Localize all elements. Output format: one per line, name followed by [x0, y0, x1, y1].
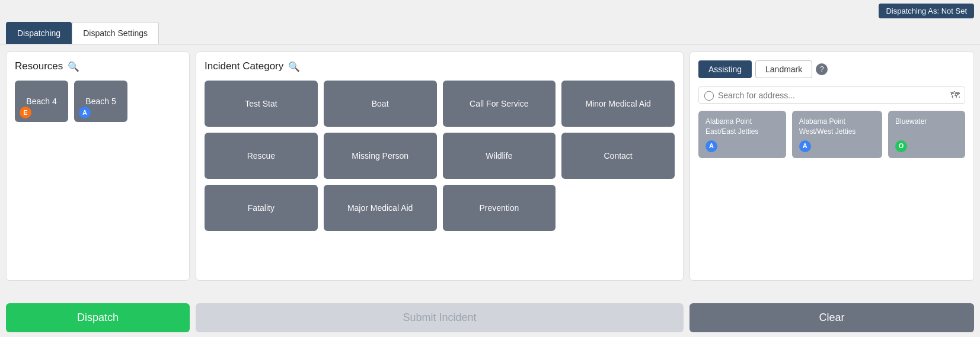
- resources-panel: Resources 🔍 Beach 4 E Beach 5 A: [6, 52, 190, 281]
- clear-button[interactable]: Clear: [689, 303, 974, 332]
- resource-badge-a: A: [79, 107, 91, 118]
- resources-title: Resources: [15, 60, 63, 72]
- location-card-apw-west[interactable]: Alabama Point West/West Jetties A: [792, 111, 882, 158]
- incident-btn-fatality[interactable]: Fatality: [205, 185, 318, 231]
- incident-btn-boat[interactable]: Boat: [324, 81, 437, 127]
- right-tabs: Assisting Landmark ?: [698, 60, 965, 78]
- resource-card-label: Beach 5: [85, 97, 116, 106]
- submit-incident-button[interactable]: Submit Incident: [196, 303, 684, 332]
- tab-dispatch-settings[interactable]: Dispatch Settings: [72, 22, 159, 44]
- location-card-ape-east[interactable]: Alabama Point East/East Jetties A: [698, 111, 786, 158]
- dispatching-as-badge: Dispatching As: Not Set: [879, 4, 974, 18]
- dispatch-button[interactable]: Dispatch: [6, 303, 190, 332]
- resource-badge-e: E: [20, 107, 31, 118]
- incident-btn-test-stat[interactable]: Test Stat: [205, 81, 318, 127]
- location-badge-o: O: [895, 140, 907, 152]
- resource-cards: Beach 4 E Beach 5 A: [15, 81, 181, 122]
- incident-title: Incident Category: [205, 60, 283, 72]
- incident-btn-call-for-service[interactable]: Call For Service: [443, 81, 556, 127]
- incident-btn-missing-person[interactable]: Missing Person: [324, 133, 437, 179]
- resource-card-label: Beach 4: [26, 97, 56, 106]
- tab-landmark[interactable]: Landmark: [755, 60, 812, 78]
- main-content: Resources 🔍 Beach 4 E Beach 5 A Incident…: [0, 44, 980, 288]
- tab-dispatching[interactable]: Dispatching: [6, 22, 72, 44]
- top-bar: Dispatching As: Not Set: [0, 0, 980, 22]
- resource-card-beach4[interactable]: Beach 4 E: [15, 81, 68, 122]
- help-icon[interactable]: ?: [816, 63, 828, 75]
- tabs-bar: Dispatching Dispatch Settings: [0, 22, 980, 44]
- location-icon[interactable]: ◯: [704, 89, 714, 101]
- tab-assisting[interactable]: Assisting: [698, 60, 752, 78]
- address-search-container: ◯ 🗺: [698, 86, 965, 104]
- location-badge-a1: A: [706, 140, 717, 152]
- location-cards: Alabama Point East/East Jetties A Alabam…: [698, 111, 965, 158]
- location-card-bluewater[interactable]: Bluewater O: [888, 111, 965, 158]
- incident-btn-prevention[interactable]: Prevention: [443, 185, 556, 231]
- resources-search-icon[interactable]: 🔍: [68, 61, 79, 72]
- incident-btn-major-medical-aid[interactable]: Major Medical Aid: [324, 185, 437, 231]
- resources-panel-header: Resources 🔍: [15, 60, 181, 72]
- incident-btn-minor-medical-aid[interactable]: Minor Medical Aid: [561, 81, 675, 127]
- map-icon[interactable]: 🗺: [950, 90, 960, 101]
- incident-btn-wildlife[interactable]: Wildlife: [443, 133, 556, 179]
- incident-btn-contact[interactable]: Contact: [561, 133, 675, 179]
- incident-panel-header: Incident Category 🔍: [205, 60, 675, 72]
- location-badge-a2: A: [799, 140, 811, 152]
- bottom-bar: Dispatch Submit Incident Clear: [0, 299, 980, 337]
- address-search-input[interactable]: [718, 91, 947, 100]
- incident-search-icon[interactable]: 🔍: [288, 61, 300, 72]
- location-card-label: Bluewater: [895, 117, 958, 127]
- location-card-label: Alabama Point West/West Jetties: [799, 117, 875, 137]
- location-card-label: Alabama Point East/East Jetties: [706, 117, 779, 137]
- incident-panel: Incident Category 🔍 Test Stat Boat Call …: [196, 52, 684, 281]
- incident-grid: Test Stat Boat Call For Service Minor Me…: [205, 81, 675, 231]
- resource-card-beach5[interactable]: Beach 5 A: [74, 81, 127, 122]
- right-panel: Assisting Landmark ? ◯ 🗺 Alabama Point E…: [689, 52, 974, 281]
- incident-btn-rescue[interactable]: Rescue: [205, 133, 318, 179]
